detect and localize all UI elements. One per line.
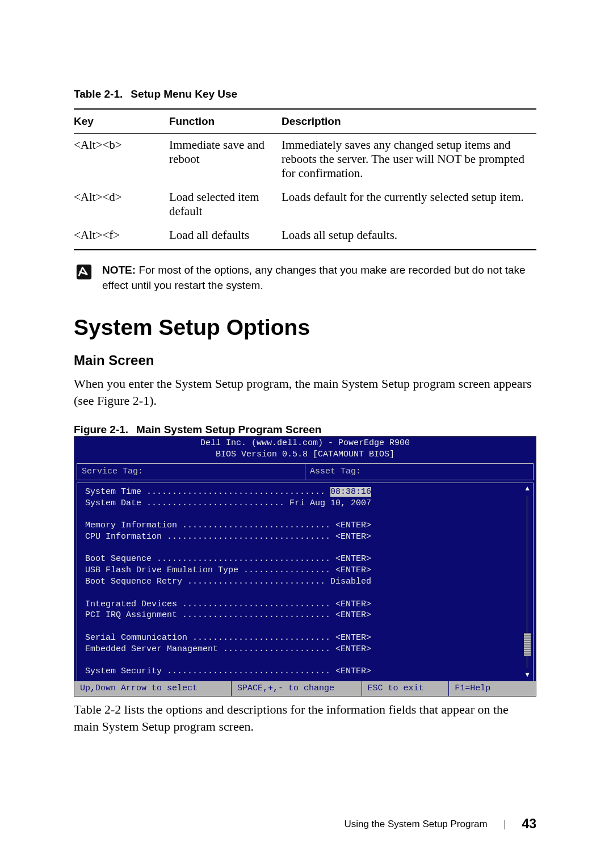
cell-desc: Loads default for the currently selected… (282, 186, 536, 224)
cell-key: <Alt><b> (74, 134, 169, 187)
footer-divider: | (503, 818, 506, 830)
bios-tags-row: Service Tag: Asset Tag: (77, 463, 534, 480)
bios-help-bar: Up,Down Arrow to select SPACE,+,- to cha… (74, 681, 536, 696)
figure-caption: Figure 2-1.Main System Setup Program Scr… (74, 423, 536, 436)
table-row: <Alt><d> Load selected item default Load… (74, 186, 536, 224)
after-figure-paragraph: Table 2-2 lists the options and descript… (74, 701, 536, 735)
bios-help-f1: F1=Help (449, 681, 536, 696)
svg-rect-0 (77, 265, 91, 279)
bios-screenshot: Dell Inc. (www.dell.com) - PowerEdge R90… (74, 436, 536, 697)
bios-asset-tag: Asset Tag: (305, 464, 533, 480)
bios-header-line2: BIOS Version 0.5.8 [CATAMOUNT BIOS] (216, 450, 394, 459)
note-block: NOTE: For most of the options, any chang… (74, 263, 536, 293)
th-key: Key (74, 109, 169, 134)
cell-desc: Immediately saves any changed setup item… (282, 134, 536, 187)
bios-help-nav: Up,Down Arrow to select (74, 681, 232, 696)
scroll-track[interactable] (526, 496, 528, 669)
scroll-up-icon[interactable]: ▲ (525, 485, 529, 492)
scroll-thumb[interactable] (524, 633, 531, 656)
th-function: Function (169, 109, 282, 134)
cell-desc: Loads all setup defaults. (282, 224, 536, 250)
note-icon (76, 264, 92, 280)
bios-header: Dell Inc. (www.dell.com) - PowerEdge R90… (74, 438, 536, 462)
cell-key: <Alt><f> (74, 224, 169, 250)
figure-caption-title: Main System Setup Program Screen (136, 423, 321, 435)
setup-key-table: Key Function Description <Alt><b> Immedi… (74, 108, 536, 250)
bios-help-exit: ESC to exit (362, 681, 450, 696)
note-label: NOTE: (102, 264, 136, 276)
bios-header-line1: Dell Inc. (www.dell.com) - PowerEdge R90… (200, 438, 410, 448)
page-footer: Using the System Setup Program | 43 (344, 816, 536, 832)
cell-func: Load selected item default (169, 186, 282, 224)
bios-help-change: SPACE,+,- to change (232, 681, 362, 696)
note-body: For most of the options, any changes tha… (102, 264, 526, 291)
note-text: NOTE: For most of the options, any chang… (102, 263, 536, 293)
table-caption: Table 2-1.Setup Menu Key Use (74, 88, 536, 100)
figure-caption-label: Figure 2-1. (74, 423, 128, 435)
bios-service-tag: Service Tag: (77, 464, 305, 480)
subsection-heading: Main Screen (74, 353, 536, 368)
table-caption-title: Setup Menu Key Use (131, 88, 237, 100)
table-caption-label: Table 2-1. (74, 88, 123, 100)
footer-page-number: 43 (522, 816, 536, 832)
cell-func: Load all defaults (169, 224, 282, 250)
intro-paragraph: When you enter the System Setup program,… (74, 375, 536, 409)
bios-listing: System Time ............................… (77, 483, 522, 681)
bios-main: System Time ............................… (77, 483, 534, 681)
table-row: <Alt><f> Load all defaults Loads all set… (74, 224, 536, 250)
section-heading: System Setup Options (74, 315, 536, 340)
cell-key: <Alt><d> (74, 186, 169, 224)
cell-func: Immediate save and reboot (169, 134, 282, 187)
th-description: Description (282, 109, 536, 134)
footer-section-name: Using the System Setup Program (344, 819, 487, 830)
table-row: <Alt><b> Immediate save and reboot Immed… (74, 134, 536, 187)
scroll-down-icon[interactable]: ▼ (525, 672, 529, 678)
bios-scrollbar[interactable]: ▲ ▼ (522, 483, 533, 681)
